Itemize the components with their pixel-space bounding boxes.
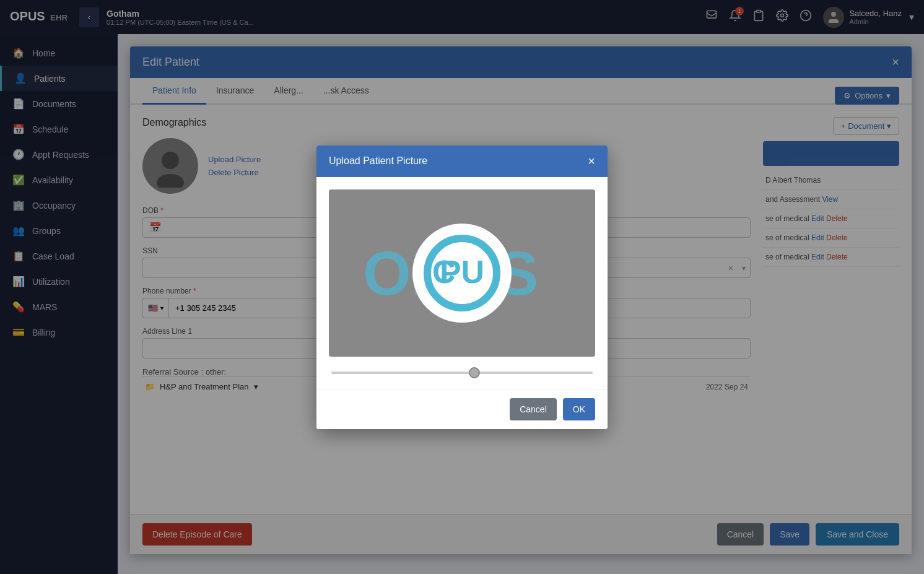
upload-dialog-close-button[interactable]: ×	[588, 154, 595, 168]
upload-ok-button[interactable]: OK	[563, 398, 595, 420]
slider-container	[329, 365, 595, 376]
upload-picture-dialog: Upload Patient Picture × OPUS P	[316, 146, 608, 429]
upload-dialog-title: Upload Patient Picture	[329, 155, 427, 167]
zoom-slider[interactable]	[331, 372, 593, 374]
image-circle-crop: PU C	[412, 224, 512, 323]
image-preview-container: OPUS PU C	[329, 189, 595, 357]
svg-text:C: C	[432, 254, 456, 290]
upload-dialog-footer: Cancel OK	[316, 389, 608, 429]
upload-dialog-header: Upload Patient Picture ×	[316, 146, 608, 177]
upload-cancel-button[interactable]: Cancel	[510, 398, 557, 420]
upload-dialog-overlay: Upload Patient Picture × OPUS P	[0, 0, 924, 574]
upload-dialog-body: OPUS PU C	[316, 177, 608, 389]
